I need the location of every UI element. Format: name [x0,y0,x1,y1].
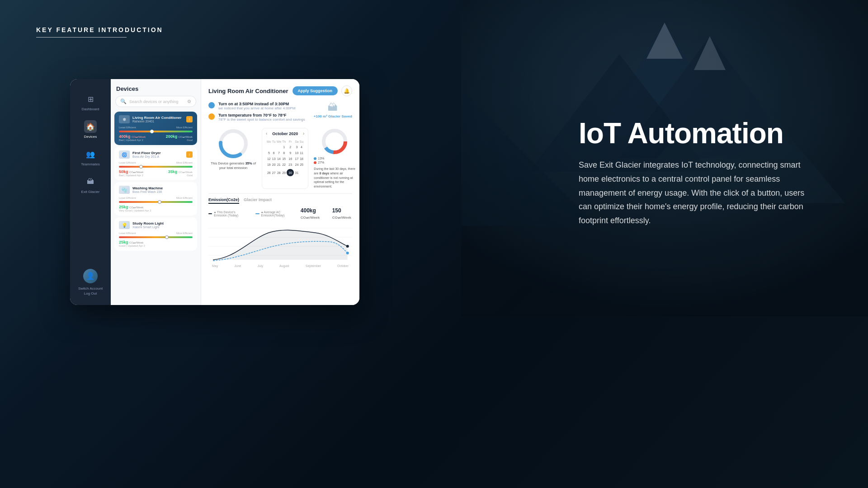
main-header: Living Room Air Conditioner Apply Sugges… [208,85,352,96]
log-out-button[interactable]: Log Out [84,291,97,296]
tab-glacier-impact[interactable]: Glacier Impact [244,197,272,204]
main-panel: Living Room Air Conditioner Apply Sugges… [201,79,359,305]
title-divider [36,37,127,38]
pie-description: During the last 30 days, there are 8 day… [312,167,357,189]
teammates-icon: 👥 [86,150,95,159]
calendar-section: ‹ October 2020 › Mo Tu We Th Fr [262,128,308,189]
sidebar-item-teammates[interactable]: 👥 Teammates [70,143,111,171]
device-card-washer[interactable]: 🫧 Washing Machine Boss Free Wash 236 Lea… [114,182,197,216]
sidebar-item-devices[interactable]: 🏠 Devices [70,116,111,143]
device-card-ac[interactable]: ❄ Living Room Air Conditioner Raheem 204… [114,112,197,145]
calendar-grid: Mo Tu We Th Fr Sa Su 1234 [266,139,304,178]
iot-section: IoT Automation Save Exit Glacier integra… [579,117,814,227]
avg-val: 150 CO₂e/Week [332,207,352,220]
tab-emission[interactable]: Emission(Co2e) [208,197,239,204]
legend-dot-red [314,161,316,164]
emission-section: Emission(Co2e) Glacier Impact ● This Dev… [208,193,352,260]
suggestion-2-sub: 78°F is the sweet spot to balance comfor… [218,117,309,122]
efficiency-bar-ac [119,131,193,132]
filter-icon: ⚙ [187,99,191,104]
suggestion-1: Turn on at 3:50PM instead of 3:30PM we n… [208,102,309,110]
svg-point-17 [346,245,349,248]
stat-goal-val-ac: 200kg CO₂e/Week [166,134,193,139]
device-badge-dryer: ! [186,151,193,158]
ac-device-icon: ❄ [119,115,130,123]
suggestions-area: Turn on at 3:50PM instead of 3:30PM we n… [208,102,352,123]
device-card-dryer[interactable]: 🌀 First Floor Dryer Boss Air Dry 201-A !… [114,147,197,180]
charts-row: This Device generates 35% of your total … [208,128,352,189]
cal-prev-button[interactable]: ‹ [266,131,267,136]
devices-title: Devices [111,79,201,96]
emission-tabs: Emission(Co2e) Glacier Impact [208,197,352,204]
cal-next-button[interactable]: › [303,131,304,136]
switch-account-button[interactable]: Switch Account [78,286,103,291]
glacier-icon: 🏔 [87,178,94,186]
device-sub-ac: Raheem 20401 [132,120,184,123]
iot-description: Save Exit Glacier integrates IoT technol… [579,158,814,227]
main-panel-title: Living Room Air Conditioner [208,88,288,94]
emission-values: 400kg CO₂e/Week 150 CO₂e/Week [301,207,352,220]
suggestion-1-title: Turn on at 3:50PM instead of 3:30PM [218,102,309,106]
svg-point-18 [346,252,349,254]
glacier-mountain-icon: 🏔 [328,102,338,113]
donut-label: This Device generates 35% of your total … [208,161,258,170]
page-title: KEY FEATURE INTRODUCTION [36,26,163,33]
device-sub-washer: Boss Free Wash 236 [132,190,193,193]
cal-week-4: 19202122232425 [267,162,303,167]
stat-bad-val-dryer: 50kg CO₂e/Week [119,169,143,174]
suggestion-2: Turn temperature from 70°F to 78°F 78°F … [208,113,309,122]
cal-week-3: 12131415161718 [267,156,303,161]
emission-line-chart: MayJuneJulyAugustSeptemberOctober [208,224,352,260]
sidebar: ⊞ Dashboard 🏠 Devices 👥 Teammates 🏔 [70,79,111,305]
pie-section: 13% 27% During the last 30 days, there a… [312,128,357,189]
dryer-device-icon: 🌀 [119,150,130,159]
device-name-light: Study Room Light [132,221,193,225]
x-axis-labels: MayJuneJulyAugustSeptemberOctober [208,264,352,267]
device-name-washer: Washing Machine [132,186,193,190]
efficiency-bar-dryer [119,166,193,168]
efficiency-bar-washer [119,201,193,203]
apply-suggestion-button[interactable]: Apply Suggestion [292,86,338,95]
legend-avg: ● Average AC Emission(Today) [255,211,292,217]
notification-bell-button[interactable]: 🔔 [341,85,352,96]
stat-goal-val-dryer: 35kg CO₂e/Week [168,169,193,174]
legend-dot-blue [314,157,316,160]
light-device-icon: 💡 [119,221,130,229]
suggestion-dot-1 [208,102,215,108]
device-sub-light: Xiaomi Smart Light [132,225,193,229]
stat-val-washer: 25kg CO₂e/Week [119,205,151,209]
glacier-saved-text: +100 m² Glacier Saved [314,114,352,118]
legend-this-device: ● This Device's Emission (Today) [208,211,246,217]
pie-legend: 13% 27% [312,157,357,165]
suggestions-list: Turn on at 3:50PM instead of 3:30PM we n… [208,102,309,123]
calendar-header: ‹ October 2020 › [266,131,304,136]
devices-icon: 🏠 [86,122,95,131]
this-device-label: ● This Device's Emission (Today) [214,211,246,217]
sidebar-item-dashboard[interactable]: ⊞ Dashboard [70,88,111,116]
this-device-val: 400kg CO₂e/Week [301,207,325,220]
sidebar-item-exit-glacier[interactable]: 🏔 Exit Glacier [70,171,111,198]
device-name-ac: Living Room Air Conditioner [132,116,184,120]
emission-stats: ● This Device's Emission (Today) ● Avera… [208,207,352,220]
device-card-light[interactable]: 💡 Study Room Light Xiaomi Smart Light Le… [114,217,197,251]
devices-panel: Devices 🔍 Search devices or anything ⚙ ❄… [111,79,201,305]
efficiency-bar-light [119,236,193,238]
avatar: 👤 [83,269,98,283]
avg-label: ● Average AC Emission(Today) [261,211,292,217]
dashboard-icon: ⊞ [88,95,94,103]
search-bar[interactable]: 🔍 Search devices or anything ⚙ [115,96,196,107]
iot-title: IoT Automation [579,117,814,149]
suggestion-1-sub: we noticed that you arrive at home after… [218,106,309,110]
search-icon: 🔍 [120,99,127,104]
donut-section: This Device generates 35% of your total … [208,128,258,189]
cal-week-1: 1234 [267,145,303,150]
legend-line-device [208,213,212,214]
glacier-info: 🏔 +100 m² Glacier Saved [314,102,352,123]
device-sub-dryer: Boss Air Dry 201-A [132,155,184,158]
device-name-dryer: First Floor Dryer [132,151,184,155]
pie-chart [321,128,348,155]
calendar-month: October 2020 [272,131,298,136]
stat-bad-val-ac: 400kg CO₂e/Week [119,134,146,139]
key-feature-header: KEY FEATURE INTRODUCTION [36,26,163,38]
donut-chart [217,128,249,160]
